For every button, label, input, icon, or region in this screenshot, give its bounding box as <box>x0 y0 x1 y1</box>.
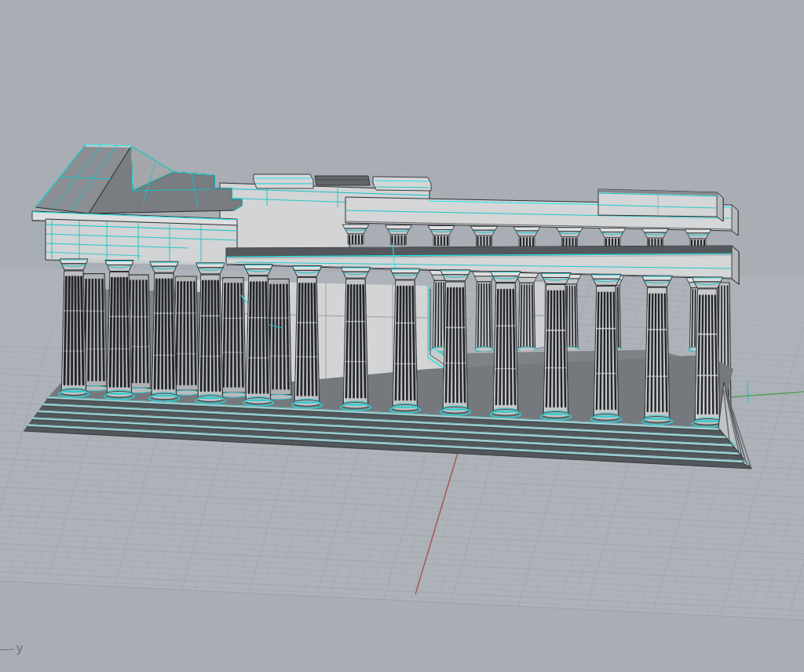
svg-text:y: y <box>16 641 23 655</box>
